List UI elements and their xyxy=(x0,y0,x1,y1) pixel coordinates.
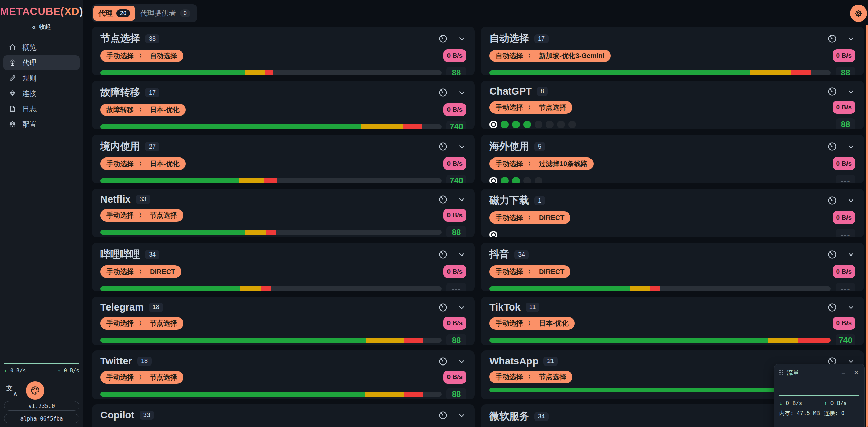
node-dot[interactable] xyxy=(523,121,531,128)
group-count-badge: 1 xyxy=(534,196,545,205)
tab-count-badge: 0 xyxy=(180,9,190,17)
group-name: Copilot xyxy=(100,410,134,421)
proxy-group-card: 境内使用 27 手动选择 〉 日本-优化 0 B/s 740 xyxy=(92,135,475,183)
sidebar-item-proxies[interactable]: 代理 xyxy=(3,55,80,70)
collapse-sidebar-button[interactable]: « 收起 xyxy=(0,23,83,31)
latency-test-icon[interactable] xyxy=(438,141,448,152)
up-arrow-icon: ↑ xyxy=(824,400,827,407)
bar-segment-green xyxy=(489,70,750,75)
chevron-down-icon[interactable] xyxy=(846,142,855,151)
latency-test-icon[interactable] xyxy=(827,195,837,206)
sidebar-item-connections[interactable]: 连接 xyxy=(3,86,80,101)
node-dot[interactable] xyxy=(501,177,509,184)
chevron-right-icon: 〉 xyxy=(528,104,534,111)
chevron-down-icon[interactable] xyxy=(457,88,466,97)
chevron-down-icon[interactable] xyxy=(846,250,855,259)
drag-handle-icon[interactable] xyxy=(779,370,783,376)
gear-icon xyxy=(854,9,863,18)
chevron-down-icon[interactable] xyxy=(846,87,855,96)
group-count-badge: 17 xyxy=(534,34,549,43)
node-dot[interactable] xyxy=(546,121,554,128)
minimize-icon[interactable]: – xyxy=(842,370,845,376)
theme-palette-button[interactable] xyxy=(26,381,44,400)
chevron-right-icon: 〉 xyxy=(139,268,145,276)
latency-test-icon[interactable] xyxy=(827,302,837,313)
latency-test-icon[interactable] xyxy=(827,86,837,97)
chevron-down-icon[interactable] xyxy=(846,196,855,205)
node-dot[interactable] xyxy=(512,177,520,184)
latency-value: --- xyxy=(836,283,855,291)
tab-label: 代理提供者 xyxy=(140,9,176,18)
collapse-label: 收起 xyxy=(39,23,51,31)
selected-node: 日本-优化 xyxy=(539,319,569,328)
node-dot[interactable] xyxy=(489,231,497,238)
node-dot[interactable] xyxy=(489,121,497,128)
app-logo: METACUBE(XD) xyxy=(0,5,83,18)
node-dot[interactable] xyxy=(535,177,542,184)
group-count-badge: 8 xyxy=(537,87,548,96)
proxy-group-card: ChatGPT 8 手动选择 〉 节点选择 0 B/s 88 xyxy=(481,81,864,129)
tab-proxies[interactable]: 代理 20 xyxy=(93,6,135,21)
settings-button[interactable] xyxy=(850,5,867,22)
latency-distribution-bar xyxy=(489,338,831,343)
selector-type: 手动选择 xyxy=(106,51,134,60)
latency-test-icon[interactable] xyxy=(438,87,448,98)
latency-distribution-bar xyxy=(100,286,442,291)
chevron-down-icon[interactable] xyxy=(457,34,466,43)
selected-node: DIRECT xyxy=(539,268,564,276)
sidebar-item-config[interactable]: 配置 xyxy=(3,117,80,132)
latency-value: 88 xyxy=(446,334,466,345)
close-icon[interactable]: ✕ xyxy=(854,370,859,376)
main-content: 节点选择 38 手动选择 〉 自动选择 0 B/s 88 xyxy=(83,0,868,427)
proxy-group-card: 磁力下载 1 手动选择 〉 DIRECT 0 B/s --- xyxy=(481,189,864,237)
sidebar-item-label: 连接 xyxy=(22,89,37,98)
build-version-button[interactable]: alpha-06f5fba xyxy=(4,414,79,423)
logo-part-1: METACUBE( xyxy=(0,5,64,17)
latency-test-icon[interactable] xyxy=(438,302,448,313)
sidebar-item-rules[interactable]: 规则 xyxy=(3,71,80,85)
node-dot[interactable] xyxy=(523,177,531,184)
latency-test-icon[interactable] xyxy=(438,194,448,205)
download-speed: ↓ 0 B/s xyxy=(4,368,26,374)
ruler-icon xyxy=(9,74,16,82)
chevron-down-icon[interactable] xyxy=(846,303,855,312)
scrollbar-thumb[interactable] xyxy=(866,25,868,427)
bar-segment-green xyxy=(100,70,245,75)
sidebar-item-overview[interactable]: 概览 xyxy=(3,40,80,55)
chevron-down-icon[interactable] xyxy=(457,250,466,259)
tab-proxy-providers[interactable]: 代理提供者 0 xyxy=(135,6,196,21)
proxy-group-card: Copilot 33 xyxy=(92,404,475,427)
node-dot[interactable] xyxy=(489,177,497,184)
selector-type: 手动选择 xyxy=(496,267,523,276)
chevron-down-icon[interactable] xyxy=(457,303,466,312)
selector-type: 自动选择 xyxy=(496,51,523,60)
latency-test-icon[interactable] xyxy=(827,33,837,44)
latency-test-icon[interactable] xyxy=(438,410,448,421)
bar-segment-green xyxy=(100,124,361,129)
chevron-down-icon[interactable] xyxy=(457,195,466,204)
latency-test-icon[interactable] xyxy=(438,356,448,367)
latency-test-icon[interactable] xyxy=(438,249,448,260)
node-dot[interactable] xyxy=(501,121,509,128)
language-switch-button[interactable]: 文 A xyxy=(6,385,18,396)
latency-test-icon[interactable] xyxy=(438,33,448,44)
node-dot[interactable] xyxy=(557,121,565,128)
selector-type: 手动选择 xyxy=(496,319,523,328)
sidebar-item-logs[interactable]: 日志 xyxy=(3,101,80,116)
node-dot[interactable] xyxy=(568,121,576,128)
latency-test-icon[interactable] xyxy=(827,249,837,260)
node-dots xyxy=(489,121,831,128)
speed-badge: 0 B/s xyxy=(833,211,855,224)
chevron-down-icon[interactable] xyxy=(846,34,855,43)
chevron-down-icon[interactable] xyxy=(457,142,466,151)
proxy-group-card: Telegram 18 手动选择 〉 节点选择 0 B/s 88 xyxy=(92,297,475,345)
node-dot[interactable] xyxy=(512,121,520,128)
node-dot[interactable] xyxy=(535,121,542,128)
group-count-badge: 38 xyxy=(145,34,159,43)
selected-node: 过滤掉10条线路 xyxy=(539,159,587,168)
version-button[interactable]: v1.235.0 xyxy=(4,401,79,411)
bar-segment-yellow xyxy=(245,230,266,235)
chevron-down-icon[interactable] xyxy=(457,411,466,420)
chevron-down-icon[interactable] xyxy=(457,357,466,366)
latency-test-icon[interactable] xyxy=(827,141,837,152)
